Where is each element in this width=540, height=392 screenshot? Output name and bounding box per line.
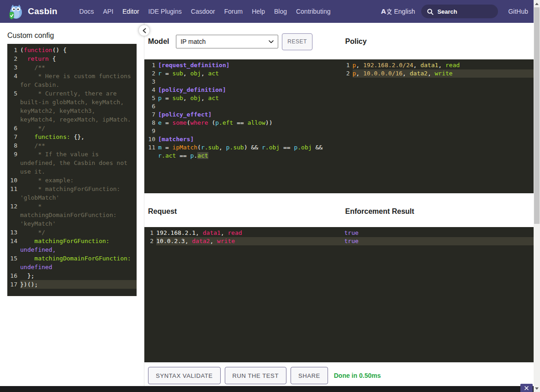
code-line: 8 /**	[7, 141, 137, 150]
code-line: 1[request_definition]	[144, 61, 342, 69]
nav-item-api[interactable]: API	[103, 8, 113, 15]
navbar-right: A English Search GitHub	[381, 5, 529, 18]
run-the-test-button[interactable]: RUN THE TEST	[225, 367, 286, 384]
code-line: 2 return {	[7, 54, 137, 63]
code-line: 9 * If the value is	[7, 150, 137, 159]
code-line: 'keyMatch'	[7, 219, 137, 228]
enforcement-result-editor[interactable]: truetrue	[342, 227, 539, 362]
scroll-down-arrow-icon	[535, 387, 539, 390]
model-policy-editors: 1[request_definition]2r = sub, obj, act3…	[144, 59, 539, 193]
nav-item-docs[interactable]: Docs	[79, 8, 94, 15]
model-select[interactable]: IP match	[176, 35, 278, 48]
code-line: 15 matchingDomainForGFunction:	[7, 254, 137, 263]
code-line: 4 * Here is custom functions	[7, 72, 137, 80]
code-line: 11 * matchingForGFunction:	[7, 185, 137, 193]
nav-item-blog[interactable]: Blog	[274, 8, 287, 15]
sidebar: Custom config 1(function() {2 return {3 …	[0, 23, 144, 392]
share-button[interactable]: SHARE	[291, 367, 328, 384]
code-line: 12 *	[7, 202, 137, 211]
enforcement-result-label: Enforcement Result	[345, 207, 414, 216]
search-button[interactable]: Search	[421, 5, 498, 18]
code-line: 14 matchingForGFunction:	[7, 237, 137, 245]
reset-button[interactable]: RESET	[282, 33, 312, 50]
code-line: 5 * Currently, there are	[7, 89, 137, 98]
code-line: 13 */	[7, 228, 137, 237]
code-line: 210.0.2.3, data2, write	[144, 237, 342, 245]
model-select-value: IP match	[180, 38, 206, 45]
code-line: 10[matchers]	[144, 135, 342, 143]
model-editor[interactable]: 1[request_definition]2r = sub, obj, act3…	[144, 59, 342, 193]
custom-config-editor[interactable]: 1(function() {2 return {3 /**4 * Here is…	[7, 44, 137, 296]
code-line: keyMatch2, keyMatch3,	[7, 106, 137, 115]
brand[interactable]: Casbin	[7, 3, 58, 20]
language-label: English	[394, 8, 415, 15]
scrollbar-up-button[interactable]	[534, 0, 540, 7]
code-line: 11m = ipMatch(r.sub, p.sub) && r.obj == …	[144, 143, 342, 152]
code-line: 3	[144, 78, 342, 86]
custom-config-title: Custom config	[7, 32, 137, 40]
model-policy-header-row: Model IP match RESET Policy	[144, 33, 539, 50]
code-line: for Casbin.	[7, 80, 137, 89]
page-scrollbar[interactable]	[534, 0, 540, 392]
request-result-editors: 1192.168.2.1, data1, read210.0.2.3, data…	[144, 227, 539, 362]
enforcement-result-header: Enforcement Result	[342, 207, 539, 216]
code-line: r.act == p.act	[144, 152, 342, 160]
code-line: 1p, 192.168.2.0/24, data1, read	[342, 61, 539, 69]
status-message: Done in 0.50ms	[334, 372, 381, 379]
scrollbar-down-button[interactable]	[534, 385, 540, 392]
scroll-up-arrow-icon	[535, 3, 539, 5]
nav-item-casdoor[interactable]: Casdoor	[191, 8, 215, 15]
code-line: 8e = some(where (p.eft == allow))	[144, 119, 342, 127]
svg-text:A: A	[381, 8, 386, 15]
code-line: 17})();	[7, 280, 137, 289]
toast-close-button[interactable]	[520, 384, 533, 392]
language-dropdown[interactable]: A English	[381, 7, 415, 16]
sidebar-collapse-button[interactable]	[139, 25, 149, 36]
footer-strip	[0, 386, 534, 392]
code-line: undefined, the Casbin does not	[7, 159, 137, 167]
casbin-owl-logo-icon	[7, 3, 24, 20]
nav-menu: Docs API Editor IDE Plugins Casdoor Foru…	[75, 8, 335, 15]
close-icon	[524, 386, 529, 390]
policy-header: Policy	[342, 33, 539, 50]
code-line: 'globMatch'	[7, 193, 137, 202]
code-line: 16 };	[7, 271, 137, 280]
model-label: Model	[148, 37, 169, 46]
code-line: 1(function() {	[7, 46, 137, 54]
page-body: Custom config 1(function() {2 return {3 …	[0, 23, 540, 392]
code-line: 7 functions: {},	[7, 132, 137, 141]
code-line: built-in globMatch, keyMatch,	[7, 98, 137, 106]
code-line: 10 * example:	[7, 176, 137, 185]
code-line: 7[policy_effect]	[144, 111, 342, 119]
nav-item-help[interactable]: Help	[252, 8, 265, 15]
syntax-validate-button[interactable]: SYNTAX VALIDATE	[148, 367, 221, 384]
chevron-down-icon	[269, 40, 274, 43]
policy-editor[interactable]: 1p, 192.168.2.0/24, data1, read2p, 10.0.…	[342, 59, 539, 193]
main-panel: Model IP match RESET Policy 1[request_de…	[144, 23, 540, 392]
code-line: true	[342, 229, 539, 237]
nav-item-ide-plugins[interactable]: IDE Plugins	[148, 8, 182, 15]
request-label: Request	[148, 207, 177, 216]
code-line: true	[342, 237, 539, 245]
search-label: Search	[437, 8, 457, 15]
nav-item-contributing[interactable]: Contributing	[296, 8, 331, 15]
chevron-left-icon	[142, 28, 147, 33]
github-link[interactable]: GitHub	[508, 8, 528, 15]
request-editor[interactable]: 1192.168.2.1, data1, read210.0.2.3, data…	[144, 227, 342, 362]
code-line: 3 /**	[7, 63, 137, 72]
nav-item-editor[interactable]: Editor	[122, 8, 139, 15]
navbar: Casbin Docs API Editor IDE Plugins Casdo…	[0, 0, 540, 23]
code-line: 6 */	[7, 124, 137, 132]
scrollbar-thumb[interactable]	[534, 7, 540, 224]
code-line: 1192.168.2.1, data1, read	[144, 229, 342, 237]
code-line: 9	[144, 127, 342, 135]
actions-bar: SYNTAX VALIDATE RUN THE TEST SHARE Done …	[144, 367, 539, 384]
code-line: undefined,	[7, 245, 137, 254]
request-header: Request	[144, 207, 342, 216]
translate-icon: A	[381, 7, 392, 16]
code-line: use it.	[7, 167, 137, 176]
nav-item-forum[interactable]: Forum	[224, 8, 243, 15]
model-header: Model IP match RESET	[144, 33, 342, 50]
code-line: 4[policy_definition]	[144, 86, 342, 94]
code-line: 6	[144, 102, 342, 111]
